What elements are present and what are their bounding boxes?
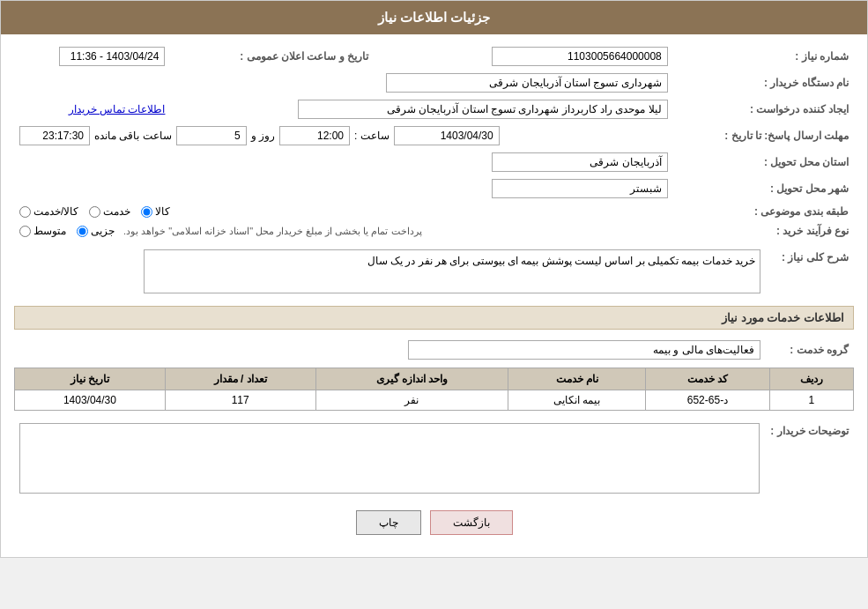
bottom-buttons: چاپ بازگشت (14, 497, 854, 548)
cell-quantity: 117 (165, 390, 315, 411)
category-kala-option[interactable]: کالا (141, 205, 170, 218)
content-area: شماره نیاز : 1103005664000008 تاریخ و سا… (1, 34, 867, 557)
response-deadline-label: مهلت ارسال پاسخ: تا تاریخ : (673, 123, 854, 149)
page-container: جزئیات اطلاعات نیاز شماره نیاز : 1103005… (0, 0, 868, 558)
col-header-name: نام خدمت (508, 368, 646, 390)
purchase-motavaset-radio[interactable] (19, 226, 31, 237)
buyer-desc-cell (14, 420, 765, 497)
cell-name: بیمه انکایی (508, 390, 646, 411)
services-table: ردیف کد خدمت نام خدمت واحد اندازه گیری ت… (14, 368, 854, 411)
service-group-cell: فعالیت‌های مالی و بیمه (14, 337, 766, 363)
org-name-cell: شهرداری تسوج استان آذربایجان شرقی (14, 70, 673, 96)
cell-date: 1403/04/30 (15, 390, 166, 411)
category-kala-radio[interactable] (141, 206, 152, 218)
purchase-motavaset-label: متوسط (33, 225, 66, 237)
category-khadamat-label: خدمت (103, 205, 130, 218)
col-header-row: ردیف (769, 368, 853, 390)
table-row: 1د-65-652بیمه انکایینفر1171403/04/30 (15, 390, 854, 411)
creator-value: لیلا موحدی راد کاربرداز شهرداری تسوج است… (298, 100, 668, 119)
category-kala-khadamat-label: کالا/خدمت (33, 205, 78, 218)
col-header-code: کد خدمت (646, 368, 770, 390)
response-date-value: 1403/04/30 (394, 126, 500, 145)
main-info-table: شماره نیاز : 1103005664000008 تاریخ و سا… (14, 43, 854, 241)
cell-unit: نفر (315, 390, 508, 411)
delivery-province-cell: آذربایجان شرقی (14, 149, 673, 175)
page-title: جزئیات اطلاعات نیاز (1, 1, 867, 34)
description-table: شرح کلی نیاز : خرید خدمات بیمه تکمیلی بر… (14, 246, 854, 297)
purchase-type-cell: متوسط جزیی پرداخت تمام یا بخشی از مبلغ خ… (14, 221, 673, 241)
purchase-motavaset-option[interactable]: متوسط (19, 225, 66, 237)
response-remaining-value: 23:17:30 (19, 126, 90, 145)
print-button[interactable]: چاپ (356, 510, 421, 535)
response-time-value: 12:00 (279, 126, 350, 145)
org-name-value: شهرداری تسوج استان آذربایجان شرقی (386, 73, 668, 93)
purchase-jozii-option[interactable]: جزیی (77, 225, 115, 237)
date-value: 1403/04/24 - 11:36 (59, 47, 165, 66)
need-number-cell: 1103005664000008 (400, 43, 673, 70)
category-khadamat-option[interactable]: خدمت (89, 205, 130, 218)
buyer-desc-table: توضیحات خریدار : (14, 420, 854, 497)
purchase-type-label: نوع فرآیند خرید : (673, 221, 854, 241)
description-cell: خرید خدمات بیمه تکمیلی بر اساس لیست پوشش… (14, 246, 766, 297)
service-group-label: گروه خدمت : (766, 337, 854, 363)
response-deadline-cell: 23:17:30 ساعت باقی مانده 5 روز و 12:00 س… (14, 123, 673, 149)
col-header-date: تاریخ نیاز (15, 368, 166, 390)
response-days-label: روز و (251, 130, 275, 142)
delivery-province-value: آذربایجان شرقی (492, 152, 668, 172)
description-value: خرید خدمات بیمه تکمیلی بر اساس لیست پوشش… (144, 249, 760, 293)
delivery-province-label: استان محل تحویل : (673, 149, 854, 175)
services-section-title: اطلاعات خدمات مورد نیاز (14, 306, 854, 330)
category-kala-khadamat-option[interactable]: کالا/خدمت (19, 205, 78, 218)
cell-row: 1 (769, 390, 853, 411)
date-cell: 1403/04/24 - 11:36 (14, 43, 170, 70)
description-label: شرح کلی نیاز : (766, 246, 854, 297)
response-remaining-label: ساعت باقی مانده (94, 130, 172, 142)
purchase-jozii-label: جزیی (91, 225, 115, 237)
category-cell: کالا/خدمت خدمت کالا (14, 202, 673, 221)
need-number-label: شماره نیاز : (673, 43, 854, 70)
category-kala-khadamat-radio[interactable] (19, 206, 31, 218)
category-khadamat-radio[interactable] (89, 206, 100, 218)
service-group-table: گروه خدمت : فعالیت‌های مالی و بیمه (14, 337, 854, 363)
response-days-value: 5 (176, 126, 247, 145)
col-header-unit: واحد اندازه گیری (315, 368, 508, 390)
contact-link[interactable]: اطلاعات تماس خریدار (69, 103, 166, 115)
delivery-city-value: شبستر (492, 179, 668, 198)
buyer-desc-value (19, 423, 760, 494)
back-button[interactable]: بازگشت (430, 510, 513, 535)
buyer-desc-label: توضیحات خریدار : (765, 420, 854, 497)
purchase-type-note: پرداخت تمام یا بخشی از مبلغ خریدار محل "… (123, 226, 422, 237)
creator-cell: لیلا موحدی راد کاربرداز شهرداری تسوج است… (170, 96, 672, 123)
col-header-qty: تعداد / مقدار (165, 368, 315, 390)
category-label: طبقه بندی موضوعی : (673, 202, 854, 221)
service-group-value: فعالیت‌های مالی و بیمه (408, 340, 760, 360)
creator-label: ایجاد کننده درخواست : (673, 96, 854, 123)
delivery-city-cell: شبستر (14, 175, 673, 202)
delivery-city-label: شهر محل تحویل : (673, 175, 854, 202)
response-time-label: ساعت : (354, 130, 389, 142)
need-number-value: 1103005664000008 (492, 47, 668, 66)
org-name-label: نام دستگاه خریدار : (673, 70, 854, 96)
cell-code: د-65-652 (646, 390, 770, 411)
category-kala-label: کالا (155, 205, 170, 218)
date-label: تاریخ و ساعت اعلان عمومی : (170, 43, 373, 70)
purchase-jozii-radio[interactable] (77, 226, 88, 237)
